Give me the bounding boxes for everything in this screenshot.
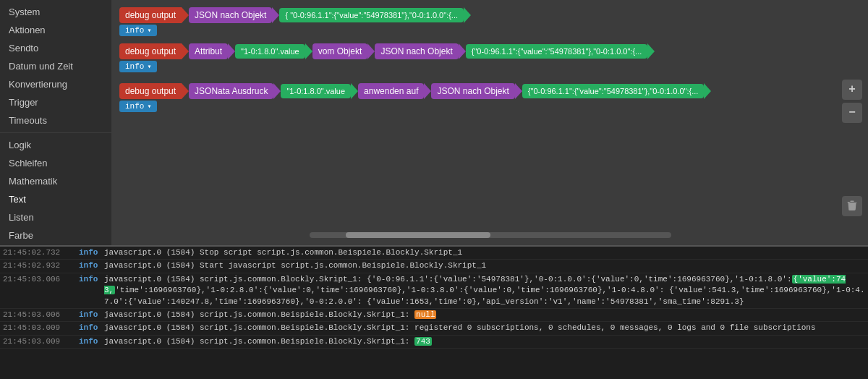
string-block-2[interactable]: {"0-0:96.1.1":{"value":"54978381"},"0-0:… bbox=[466, 44, 648, 59]
connector-1b bbox=[272, 7, 279, 23]
log-message-1: javascript.0 (1584) Stop script script.j… bbox=[104, 247, 865, 258]
log-level-3: info bbox=[79, 274, 104, 285]
sidebar-divider bbox=[0, 132, 111, 133]
log-entry-2: 21:45:02.932 info javascript.0 (1584) St… bbox=[0, 260, 868, 273]
string-block-3[interactable]: {"0-0:96.1.1":{"value":"54978381"},"0-0:… bbox=[522, 84, 705, 98]
log-entry-5: 21:45:03.009 info javascript.0 (1584) sc… bbox=[0, 322, 868, 335]
zoom-in-button[interactable]: + bbox=[842, 80, 862, 100]
debug-label-2: debug output bbox=[125, 46, 176, 56]
apply-block[interactable]: anwenden auf bbox=[358, 83, 424, 99]
log-time-5: 21:45:03.009 bbox=[3, 323, 79, 333]
debug-label-1: debug output bbox=[125, 10, 176, 20]
log-message-5: javascript.0 (1584) script.js.common.Bei… bbox=[104, 323, 865, 333]
sidebar-item-logik[interactable]: Logik bbox=[0, 136, 111, 154]
jsonata-block[interactable]: JSONata Ausdruck bbox=[189, 83, 273, 99]
connector-3e bbox=[515, 83, 522, 99]
svg-marker-10 bbox=[273, 83, 281, 99]
connector-2d bbox=[367, 43, 375, 59]
log-msg-6-highlight: 743 bbox=[414, 337, 432, 346]
main-container: System Aktionen Sendto Datum und Zeit Ko… bbox=[0, 0, 868, 245]
log-time-6: 21:45:03.009 bbox=[3, 336, 79, 347]
log-msg-4-prefix: javascript.0 (1584) script.js.common.Bei… bbox=[104, 310, 414, 319]
debug-block-2[interactable]: debug output bbox=[119, 43, 182, 59]
sidebar-item-konvertierung[interactable]: Konvertierung bbox=[0, 75, 111, 93]
log-level-4: info bbox=[79, 310, 104, 320]
sidebar-item-listen[interactable]: Listen bbox=[0, 208, 111, 226]
sidebar-item-sendto[interactable]: Sendto bbox=[0, 39, 111, 57]
jsonata-value-block[interactable]: "1-0:1.8.0".value bbox=[281, 84, 351, 98]
log-message-2: javascript.0 (1584) Start javascript scr… bbox=[104, 260, 865, 271]
block-row-3-inline: debug output JSONata Ausdruck "1-0:1.8.0… bbox=[119, 83, 726, 99]
sidebar-item-system[interactable]: System bbox=[0, 3, 111, 21]
svg-marker-4 bbox=[228, 43, 235, 59]
sidebar-item-text[interactable]: Text bbox=[0, 190, 111, 208]
log-level-2: info bbox=[79, 260, 104, 271]
connector-3d bbox=[424, 83, 431, 99]
jsonata-label: JSONata Ausdruck bbox=[195, 86, 268, 96]
sidebar-item-aktionen[interactable]: Aktionen bbox=[0, 21, 111, 39]
string-value-1: { "0-0:96.1.1":{"value":"54978381"},"0-0… bbox=[285, 11, 458, 20]
svg-marker-8 bbox=[647, 43, 655, 59]
sidebar-item-schleifen[interactable]: Schleifen bbox=[0, 154, 111, 172]
connector-1a bbox=[182, 7, 189, 23]
info-badge-2[interactable]: info bbox=[119, 61, 157, 72]
log-msg-3-suffix: 'time':1696963760},'1-0:2.8.0':{'value':… bbox=[104, 286, 865, 305]
sidebar-item-datum[interactable]: Datum und Zeit bbox=[0, 57, 111, 75]
trash-button[interactable] bbox=[842, 196, 862, 216]
attr-value: "1-0:1.8.0".value bbox=[241, 47, 299, 56]
svg-marker-6 bbox=[367, 43, 375, 59]
sidebar-item-farbe[interactable]: Farbe bbox=[0, 226, 111, 244]
block-row-2-inline: debug output Attribut "1-0:1.8.0".value bbox=[119, 43, 669, 59]
zoom-out-button[interactable]: − bbox=[842, 103, 862, 123]
log-time-4: 21:45:03.006 bbox=[3, 310, 79, 320]
vom-obj-block[interactable]: vom Objekt bbox=[312, 43, 368, 59]
log-msg-3-prefix: javascript.0 (1584) script.js.common.Blo… bbox=[104, 275, 792, 284]
svg-marker-11 bbox=[351, 83, 358, 99]
svg-marker-3 bbox=[182, 43, 189, 59]
debug-block-3[interactable]: debug output bbox=[119, 83, 182, 99]
log-level-5: info bbox=[79, 323, 104, 333]
connector-2f bbox=[647, 43, 655, 59]
sidebar-item-mathematik[interactable]: Mathematik bbox=[0, 172, 111, 190]
string-value-2: {"0-0:96.1.1":{"value":"54978381"},"0-0:… bbox=[472, 47, 642, 56]
debug-block-1[interactable]: debug output bbox=[119, 7, 182, 23]
sidebar-item-timeouts[interactable]: Timeouts bbox=[0, 111, 111, 129]
json-block-2[interactable]: JSON nach Objekt bbox=[375, 43, 458, 59]
string-value-3: {"0-0:96.1.1":{"value":"54978381"},"0-0:… bbox=[528, 87, 699, 95]
canvas-controls: + − bbox=[842, 80, 862, 123]
apply-label: anwenden auf bbox=[364, 86, 418, 96]
connector-2b bbox=[228, 43, 235, 59]
log-time-2: 21:45:02.932 bbox=[3, 260, 79, 271]
connector-1c bbox=[464, 7, 471, 23]
log-msg-4-highlight: null bbox=[414, 310, 436, 319]
log-panel: 21:45:02.732 info javascript.0 (1584) St… bbox=[0, 245, 868, 379]
attr-label: Attribut bbox=[195, 46, 222, 56]
sidebar-item-trigger[interactable]: Trigger bbox=[0, 93, 111, 111]
json-label-2: JSON nach Objekt bbox=[380, 46, 452, 56]
svg-marker-0 bbox=[182, 7, 189, 23]
log-time-1: 21:45:02.732 bbox=[3, 247, 79, 258]
attr-value-block[interactable]: "1-0:1.8.0".value bbox=[235, 44, 305, 59]
vom-label: vom Objekt bbox=[318, 46, 362, 56]
string-block-1[interactable]: { "0-0:96.1.1":{"value":"54978381"},"0-0… bbox=[279, 8, 464, 22]
info-badge-1[interactable]: info bbox=[119, 25, 157, 36]
log-entry-6: 21:45:03.009 info javascript.0 (1584) sc… bbox=[0, 336, 868, 349]
attr-block[interactable]: Attribut bbox=[189, 43, 228, 59]
json-block-1[interactable]: JSON nach Objekt bbox=[189, 7, 272, 23]
canvas-area: debug output JSON nach Objekt { "0-0:96.… bbox=[112, 0, 868, 245]
connector-3c bbox=[351, 83, 358, 99]
svg-marker-12 bbox=[424, 83, 431, 99]
log-entry-4: 21:45:03.006 info javascript.0 (1584) sc… bbox=[0, 309, 868, 322]
horizontal-scrollbar[interactable] bbox=[310, 232, 671, 238]
svg-marker-14 bbox=[704, 83, 711, 99]
log-entry-3: 21:45:03.006 info javascript.0 (1584) sc… bbox=[0, 273, 868, 309]
scrollbar-thumb[interactable] bbox=[346, 232, 490, 238]
json-block-3[interactable]: JSON nach Objekt bbox=[431, 83, 514, 99]
info-badge-3[interactable]: info bbox=[119, 101, 157, 112]
log-time-3: 21:45:03.006 bbox=[3, 274, 79, 285]
json-label-3: JSON nach Objekt bbox=[437, 86, 509, 96]
log-entry-1: 21:45:02.732 info javascript.0 (1584) St… bbox=[0, 247, 868, 260]
svg-marker-2 bbox=[464, 7, 471, 23]
connector-3a bbox=[182, 83, 189, 99]
connector-3f bbox=[704, 83, 711, 99]
